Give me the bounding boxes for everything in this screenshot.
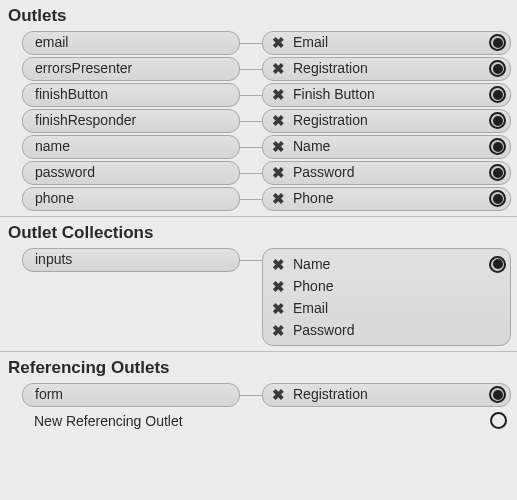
outlet-collection-target-group[interactable]: ✖ Name ✖ Phone ✖ Email ✖ Password xyxy=(262,248,511,346)
outlet-target: ✖ Email xyxy=(262,31,511,55)
connector-line xyxy=(240,162,262,184)
outlet-collection-row: inputs ✖ Name ✖ Phone ✖ Email ✖ xyxy=(0,247,517,347)
outlet-target: ✖ Name xyxy=(262,135,511,159)
disconnect-icon[interactable]: ✖ xyxy=(271,191,285,206)
collection-item: ✖ Email xyxy=(271,297,506,319)
outlet-target: ✖ Password xyxy=(262,161,511,185)
connector-line xyxy=(240,110,262,132)
connection-port-icon[interactable] xyxy=(489,86,506,103)
outlet-target-label: Finish Button xyxy=(293,86,481,103)
connection-port-icon[interactable] xyxy=(489,164,506,181)
disconnect-icon[interactable]: ✖ xyxy=(271,35,285,50)
outlets-section: Outlets email ✖ Email errorsPresenter ✖ … xyxy=(0,0,517,217)
outlet-target-pill[interactable]: ✖ Password xyxy=(262,161,511,185)
referencing-outlet-row: form ✖ Registration xyxy=(0,382,517,408)
outlet-target: ✖ Registration xyxy=(262,57,511,81)
outlet-target-pill[interactable]: ✖ Registration xyxy=(262,57,511,81)
outlet-name[interactable]: email xyxy=(22,31,240,55)
new-referencing-outlet-row: New Referencing Outlet xyxy=(0,408,517,433)
disconnect-icon[interactable]: ✖ xyxy=(271,301,285,316)
outlet-collections-header: Outlet Collections xyxy=(0,217,517,247)
outlet-row: email ✖ Email xyxy=(0,30,517,56)
outlet-target-pill[interactable]: ✖ Finish Button xyxy=(262,83,511,107)
outlet-row: password ✖ Password xyxy=(0,160,517,186)
connection-port-icon[interactable] xyxy=(489,256,506,273)
disconnect-icon[interactable]: ✖ xyxy=(271,323,285,338)
outlet-target-label: Email xyxy=(293,34,481,51)
collection-item-label: Email xyxy=(293,299,506,317)
outlet-name[interactable]: finishResponder xyxy=(22,109,240,133)
connection-port-icon[interactable] xyxy=(489,112,506,129)
collection-item: ✖ Phone xyxy=(271,275,506,297)
connection-port-icon[interactable] xyxy=(489,34,506,51)
connector-line xyxy=(240,58,262,80)
outlet-target: ✖ Registration xyxy=(262,109,511,133)
outlet-target-pill[interactable]: ✖ Email xyxy=(262,31,511,55)
outlet-target: ✖ Phone xyxy=(262,187,511,211)
disconnect-icon[interactable]: ✖ xyxy=(271,257,285,272)
collection-item-label: Password xyxy=(293,321,506,339)
outlet-row: phone ✖ Phone xyxy=(0,186,517,212)
referencing-outlet-target: ✖ Registration xyxy=(262,383,511,407)
outlet-target-label: Password xyxy=(293,164,481,181)
connection-port-icon[interactable] xyxy=(489,60,506,77)
outlet-collections-section: Outlet Collections inputs ✖ Name ✖ Phone… xyxy=(0,217,517,352)
outlet-name[interactable]: name xyxy=(22,135,240,159)
collection-item: ✖ Password xyxy=(271,319,506,341)
connection-port-icon[interactable] xyxy=(490,412,507,429)
connector-line xyxy=(240,84,262,106)
connection-port-icon[interactable] xyxy=(489,138,506,155)
outlet-target-label: Name xyxy=(293,138,481,155)
referencing-outlet-target-label: Registration xyxy=(293,386,481,403)
outlet-target-pill[interactable]: ✖ Registration xyxy=(262,109,511,133)
outlet-name[interactable]: errorsPresenter xyxy=(22,57,240,81)
outlet-target-pill[interactable]: ✖ Phone xyxy=(262,187,511,211)
disconnect-icon[interactable]: ✖ xyxy=(271,87,285,102)
outlet-row: name ✖ Name xyxy=(0,134,517,160)
disconnect-icon[interactable]: ✖ xyxy=(271,387,285,402)
outlet-row: finishButton ✖ Finish Button xyxy=(0,82,517,108)
connector-line xyxy=(240,249,262,271)
new-referencing-outlet-label: New Referencing Outlet xyxy=(34,413,490,429)
outlet-target-label: Registration xyxy=(293,112,481,129)
referencing-outlets-header: Referencing Outlets xyxy=(0,352,517,382)
disconnect-icon[interactable]: ✖ xyxy=(271,113,285,128)
outlet-name[interactable]: password xyxy=(22,161,240,185)
outlet-name[interactable]: phone xyxy=(22,187,240,211)
disconnect-icon[interactable]: ✖ xyxy=(271,279,285,294)
connector-line xyxy=(240,188,262,210)
outlet-target-label: Registration xyxy=(293,60,481,77)
outlet-name[interactable]: finishButton xyxy=(22,83,240,107)
outlet-row: finishResponder ✖ Registration xyxy=(0,108,517,134)
collection-item-label: Name xyxy=(293,255,481,273)
outlet-target-pill[interactable]: ✖ Name xyxy=(262,135,511,159)
connector-line xyxy=(240,32,262,54)
connection-port-icon[interactable] xyxy=(489,386,506,403)
disconnect-icon[interactable]: ✖ xyxy=(271,165,285,180)
outlet-collection-targets: ✖ Name ✖ Phone ✖ Email ✖ Password xyxy=(262,248,511,346)
disconnect-icon[interactable]: ✖ xyxy=(271,139,285,154)
outlet-target: ✖ Finish Button xyxy=(262,83,511,107)
connector-line xyxy=(240,384,262,406)
outlet-collection-name[interactable]: inputs xyxy=(22,248,240,272)
outlets-header: Outlets xyxy=(0,0,517,30)
connection-port-icon[interactable] xyxy=(489,190,506,207)
referencing-outlets-section: Referencing Outlets form ✖ Registration … xyxy=(0,352,517,437)
collection-item-label: Phone xyxy=(293,277,506,295)
collection-item: ✖ Name xyxy=(271,253,506,275)
referencing-outlet-target-pill[interactable]: ✖ Registration xyxy=(262,383,511,407)
outlet-row: errorsPresenter ✖ Registration xyxy=(0,56,517,82)
connector-line xyxy=(240,136,262,158)
disconnect-icon[interactable]: ✖ xyxy=(271,61,285,76)
outlet-target-label: Phone xyxy=(293,190,481,207)
referencing-outlet-name[interactable]: form xyxy=(22,383,240,407)
